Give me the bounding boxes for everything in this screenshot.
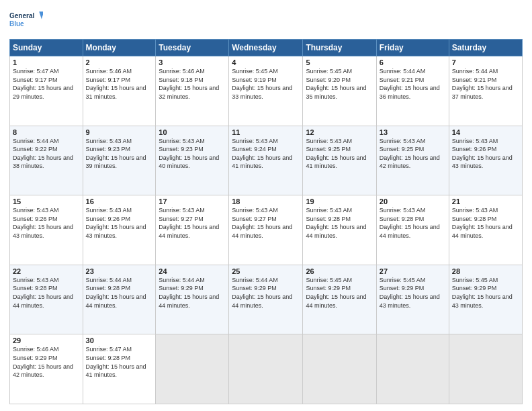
day-number: 21: [452, 197, 519, 205]
calendar-day-cell: 6 Sunrise: 5:44 AM Sunset: 9:21 PM Dayli…: [376, 56, 449, 126]
calendar-day-cell: 12 Sunrise: 5:43 AM Sunset: 9:25 PM Dayl…: [303, 126, 376, 195]
day-number: 11: [232, 128, 300, 136]
day-number: 25: [232, 267, 300, 275]
svg-marker-2: [39, 11, 43, 19]
calendar-day-cell: 7 Sunrise: 5:44 AM Sunset: 9:21 PM Dayli…: [449, 56, 522, 126]
day-info: Sunrise: 5:43 AM Sunset: 9:23 PM Dayligh…: [86, 137, 153, 171]
calendar-day-cell: 14 Sunrise: 5:43 AM Sunset: 9:26 PM Dayl…: [449, 126, 522, 195]
day-info: Sunrise: 5:44 AM Sunset: 9:22 PM Dayligh…: [13, 137, 80, 171]
calendar-header-cell: Thursday: [303, 40, 376, 56]
calendar-header-cell: Wednesday: [229, 40, 303, 56]
day-number: 10: [159, 128, 226, 136]
calendar-header-cell: Friday: [376, 40, 449, 56]
day-number: 13: [380, 128, 446, 136]
logo-svg: General Blue: [9, 7, 43, 34]
calendar-day-cell: 15 Sunrise: 5:43 AM Sunset: 9:26 PM Dayl…: [10, 195, 83, 265]
day-info: Sunrise: 5:43 AM Sunset: 9:26 PM Dayligh…: [452, 137, 519, 171]
calendar-day-cell: 30 Sunrise: 5:47 AM Sunset: 9:28 PM Dayl…: [83, 334, 156, 404]
day-info: Sunrise: 5:46 AM Sunset: 9:17 PM Dayligh…: [86, 67, 153, 101]
calendar-day-cell: 16 Sunrise: 5:43 AM Sunset: 9:26 PM Dayl…: [83, 195, 156, 265]
day-info: Sunrise: 5:46 AM Sunset: 9:18 PM Dayligh…: [159, 67, 226, 101]
page: General Blue SundayMondayTuesdayWednesda…: [0, 0, 532, 411]
day-info: Sunrise: 5:45 AM Sunset: 9:29 PM Dayligh…: [306, 276, 373, 310]
day-number: 30: [86, 336, 153, 345]
day-info: Sunrise: 5:43 AM Sunset: 9:24 PM Dayligh…: [232, 137, 300, 171]
calendar-day-cell: 2 Sunrise: 5:46 AM Sunset: 9:17 PM Dayli…: [83, 56, 156, 126]
day-info: Sunrise: 5:44 AM Sunset: 9:29 PM Dayligh…: [232, 276, 300, 310]
day-info: Sunrise: 5:47 AM Sunset: 9:28 PM Dayligh…: [86, 345, 153, 379]
calendar-header-cell: Sunday: [10, 40, 83, 56]
day-info: Sunrise: 5:43 AM Sunset: 9:28 PM Dayligh…: [380, 206, 446, 240]
calendar-week-row: 29 Sunrise: 5:46 AM Sunset: 9:29 PM Dayl…: [10, 334, 523, 404]
calendar-day-cell: [156, 334, 229, 404]
logo: General Blue: [9, 7, 43, 34]
day-number: 2: [86, 58, 153, 66]
calendar-day-cell: [303, 334, 376, 404]
calendar-header-cell: Tuesday: [156, 40, 229, 56]
day-info: Sunrise: 5:43 AM Sunset: 9:28 PM Dayligh…: [452, 206, 519, 240]
day-info: Sunrise: 5:44 AM Sunset: 9:21 PM Dayligh…: [380, 67, 446, 101]
day-info: Sunrise: 5:43 AM Sunset: 9:25 PM Dayligh…: [380, 137, 446, 171]
day-info: Sunrise: 5:46 AM Sunset: 9:29 PM Dayligh…: [13, 345, 80, 379]
calendar-body: 1 Sunrise: 5:47 AM Sunset: 9:17 PM Dayli…: [10, 56, 523, 404]
calendar-table: SundayMondayTuesdayWednesdayThursdayFrid…: [9, 39, 523, 404]
day-number: 9: [86, 128, 153, 136]
calendar-day-cell: 11 Sunrise: 5:43 AM Sunset: 9:24 PM Dayl…: [229, 126, 303, 195]
day-number: 14: [452, 128, 519, 136]
calendar-day-cell: 25 Sunrise: 5:44 AM Sunset: 9:29 PM Dayl…: [229, 265, 303, 334]
day-number: 5: [306, 58, 373, 66]
day-info: Sunrise: 5:43 AM Sunset: 9:27 PM Dayligh…: [159, 206, 226, 240]
day-number: 7: [452, 58, 519, 66]
calendar-day-cell: 26 Sunrise: 5:45 AM Sunset: 9:29 PM Dayl…: [303, 265, 376, 334]
calendar-day-cell: 20 Sunrise: 5:43 AM Sunset: 9:28 PM Dayl…: [376, 195, 449, 265]
day-number: 26: [306, 267, 373, 275]
calendar-day-cell: [376, 334, 449, 404]
calendar-day-cell: 8 Sunrise: 5:44 AM Sunset: 9:22 PM Dayli…: [10, 126, 83, 195]
day-info: Sunrise: 5:45 AM Sunset: 9:19 PM Dayligh…: [232, 67, 300, 101]
day-info: Sunrise: 5:45 AM Sunset: 9:29 PM Dayligh…: [380, 276, 446, 310]
day-number: 16: [86, 197, 153, 205]
calendar-day-cell: 3 Sunrise: 5:46 AM Sunset: 9:18 PM Dayli…: [156, 56, 229, 126]
svg-text:General: General: [9, 12, 34, 19]
day-number: 3: [159, 58, 226, 66]
header: General Blue: [9, 7, 523, 34]
day-info: Sunrise: 5:43 AM Sunset: 9:26 PM Dayligh…: [13, 206, 80, 240]
day-info: Sunrise: 5:43 AM Sunset: 9:26 PM Dayligh…: [86, 206, 153, 240]
calendar-day-cell: 9 Sunrise: 5:43 AM Sunset: 9:23 PM Dayli…: [83, 126, 156, 195]
calendar-day-cell: 23 Sunrise: 5:44 AM Sunset: 9:28 PM Dayl…: [83, 265, 156, 334]
day-number: 4: [232, 58, 300, 66]
calendar-day-cell: 18 Sunrise: 5:43 AM Sunset: 9:27 PM Dayl…: [229, 195, 303, 265]
calendar-week-row: 8 Sunrise: 5:44 AM Sunset: 9:22 PM Dayli…: [10, 126, 523, 195]
calendar-week-row: 1 Sunrise: 5:47 AM Sunset: 9:17 PM Dayli…: [10, 56, 523, 126]
day-number: 1: [13, 58, 80, 66]
calendar-week-row: 15 Sunrise: 5:43 AM Sunset: 9:26 PM Dayl…: [10, 195, 523, 265]
day-number: 22: [13, 267, 80, 275]
day-number: 19: [306, 197, 373, 205]
svg-text:Blue: Blue: [9, 20, 24, 28]
calendar-day-cell: 13 Sunrise: 5:43 AM Sunset: 9:25 PM Dayl…: [376, 126, 449, 195]
day-info: Sunrise: 5:44 AM Sunset: 9:29 PM Dayligh…: [159, 276, 226, 310]
calendar-day-cell: 29 Sunrise: 5:46 AM Sunset: 9:29 PM Dayl…: [10, 334, 83, 404]
calendar-header-cell: Monday: [83, 40, 156, 56]
calendar-day-cell: [449, 334, 522, 404]
day-number: 24: [159, 267, 226, 275]
day-number: 29: [13, 336, 80, 345]
calendar-header-row: SundayMondayTuesdayWednesdayThursdayFrid…: [10, 40, 523, 56]
calendar-day-cell: 10 Sunrise: 5:43 AM Sunset: 9:23 PM Dayl…: [156, 126, 229, 195]
day-info: Sunrise: 5:45 AM Sunset: 9:29 PM Dayligh…: [452, 276, 519, 310]
day-info: Sunrise: 5:44 AM Sunset: 9:28 PM Dayligh…: [86, 276, 153, 310]
calendar-day-cell: 24 Sunrise: 5:44 AM Sunset: 9:29 PM Dayl…: [156, 265, 229, 334]
day-info: Sunrise: 5:45 AM Sunset: 9:20 PM Dayligh…: [306, 67, 373, 101]
calendar-week-row: 22 Sunrise: 5:43 AM Sunset: 9:28 PM Dayl…: [10, 265, 523, 334]
calendar-day-cell: 4 Sunrise: 5:45 AM Sunset: 9:19 PM Dayli…: [229, 56, 303, 126]
day-number: 6: [380, 58, 446, 66]
day-info: Sunrise: 5:43 AM Sunset: 9:28 PM Dayligh…: [13, 276, 80, 310]
day-number: 20: [380, 197, 446, 205]
day-info: Sunrise: 5:47 AM Sunset: 9:17 PM Dayligh…: [13, 67, 80, 101]
calendar-day-cell: 21 Sunrise: 5:43 AM Sunset: 9:28 PM Dayl…: [449, 195, 522, 265]
day-number: 18: [232, 197, 300, 205]
day-info: Sunrise: 5:44 AM Sunset: 9:21 PM Dayligh…: [452, 67, 519, 101]
calendar-day-cell: 28 Sunrise: 5:45 AM Sunset: 9:29 PM Dayl…: [449, 265, 522, 334]
calendar-day-cell: 1 Sunrise: 5:47 AM Sunset: 9:17 PM Dayli…: [10, 56, 83, 126]
calendar-day-cell: 17 Sunrise: 5:43 AM Sunset: 9:27 PM Dayl…: [156, 195, 229, 265]
